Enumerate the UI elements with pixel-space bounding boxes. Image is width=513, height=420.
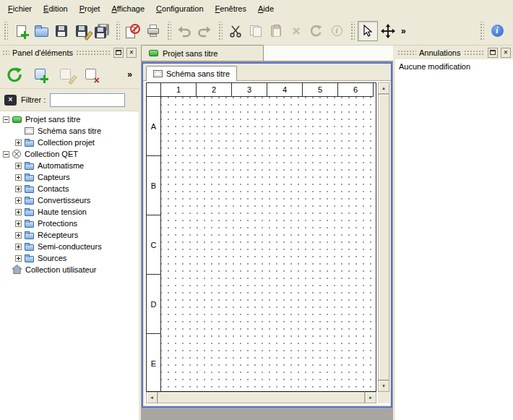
tree-item-convertisseurs[interactable]: Convertisseurs xyxy=(0,194,139,206)
copy-button[interactable] xyxy=(246,21,266,41)
menu-aide[interactable]: Aide xyxy=(252,1,280,16)
grid-dots-canvas[interactable] xyxy=(161,97,376,391)
delete-cross-icon: × xyxy=(292,24,300,38)
tree-item-semi-conducteurs[interactable]: Semi-conducteurs xyxy=(0,241,139,252)
toolbar-extension-icon[interactable]: » xyxy=(398,26,409,36)
element-info-button[interactable]: i xyxy=(327,21,347,41)
tree-item-label: Automatisme xyxy=(38,161,84,170)
menu-fenetres[interactable]: Fenêtres xyxy=(210,1,252,16)
horizontal-scrollbar[interactable]: ◄ ► xyxy=(146,392,376,403)
new-document-button[interactable] xyxy=(11,21,31,41)
diagram-view[interactable]: 1 2 3 4 5 6 A B C D E xyxy=(145,81,389,405)
elements-panel-titlebar[interactable]: Panel d'éléments × xyxy=(0,46,139,59)
help-button[interactable]: i xyxy=(487,21,507,41)
tree-item-collection-qet[interactable]: Collection QET xyxy=(0,148,139,160)
tree-item-haute-tension[interactable]: Haute tension xyxy=(0,206,139,218)
expand-icon[interactable] xyxy=(15,244,22,250)
dock-grip[interactable] xyxy=(2,50,9,56)
expand-icon[interactable] xyxy=(15,174,22,181)
paste-button[interactable] xyxy=(266,21,286,41)
vertical-scroll-thumb[interactable] xyxy=(378,94,389,380)
close-document-button[interactable] xyxy=(123,21,143,41)
tree-item-automatisme[interactable]: Automatisme xyxy=(0,160,139,171)
tree-item-collection-utilisateur[interactable]: Collection utilisateur xyxy=(0,264,139,275)
toolbar-drag-handle[interactable] xyxy=(479,22,484,40)
collapse-icon[interactable] xyxy=(3,116,9,123)
expand-icon[interactable] xyxy=(15,140,22,146)
diagram-paper[interactable]: 1 2 3 4 5 6 A B C D E xyxy=(146,82,376,392)
menu-fichier[interactable]: Fichier xyxy=(2,1,38,16)
tree-item-collection-projet[interactable]: Collection projet xyxy=(0,137,139,148)
delete-element-button[interactable]: × xyxy=(79,64,101,85)
tab-projet-sans-titre[interactable]: Projet sans titre xyxy=(141,45,264,61)
toolbar-drag-handle[interactable] xyxy=(166,22,171,40)
dock-grip[interactable] xyxy=(76,50,111,56)
save-as-button[interactable] xyxy=(72,21,92,41)
tree-item-protections[interactable]: Protections xyxy=(0,218,139,229)
move-arrows-icon xyxy=(381,24,395,38)
tab-schema-sans-titre[interactable]: Schéma sans titre xyxy=(146,66,237,81)
tree-item-schema-sans-titre[interactable]: Schéma sans titre xyxy=(0,125,139,137)
menu-affichage[interactable]: Affichage xyxy=(105,1,150,16)
collapse-icon[interactable] xyxy=(3,151,9,158)
expand-icon[interactable] xyxy=(15,255,22,262)
close-dock-button[interactable]: × xyxy=(126,48,137,58)
horizontal-scroll-thumb[interactable] xyxy=(158,392,365,403)
tree-item-capteurs[interactable]: Capteurs xyxy=(0,171,139,183)
scroll-right-button[interactable]: ► xyxy=(365,392,376,403)
undo-empty-message: Aucune modification xyxy=(399,62,470,71)
delete-button[interactable]: × xyxy=(286,21,306,41)
scissors-icon xyxy=(229,25,242,38)
ruler-column: 1 xyxy=(161,83,197,97)
arrow-right-icon: ► xyxy=(368,395,373,400)
ruler-row: C xyxy=(147,215,161,275)
dock-grip[interactable] xyxy=(464,50,486,56)
undo-button[interactable] xyxy=(174,21,194,41)
tree-item-projet-sans-titre[interactable]: Projet sans titre xyxy=(0,113,139,125)
save-button[interactable] xyxy=(51,21,72,41)
redo-button[interactable] xyxy=(194,21,215,41)
menu-configuration[interactable]: Configuration xyxy=(150,1,209,16)
undo-history-list[interactable]: Aucune modification xyxy=(395,59,513,420)
tree-item-recepteurs[interactable]: Récepteurs xyxy=(0,229,139,241)
expand-icon[interactable] xyxy=(15,197,22,204)
new-element-button[interactable] xyxy=(29,64,51,85)
toolbar-drag-handle[interactable] xyxy=(3,22,8,40)
expand-icon[interactable] xyxy=(15,209,22,215)
close-dock-button[interactable]: × xyxy=(501,48,511,58)
scroll-up-button[interactable]: ▲ xyxy=(378,82,389,94)
edit-element-button[interactable] xyxy=(54,64,76,85)
info-icon: i xyxy=(332,25,342,36)
menu-edition[interactable]: Édition xyxy=(38,1,74,16)
scroll-left-button[interactable]: ◄ xyxy=(146,392,158,403)
expand-icon[interactable] xyxy=(15,186,22,192)
expand-icon[interactable] xyxy=(15,220,22,227)
filter-input[interactable] xyxy=(50,93,125,107)
float-dock-button[interactable] xyxy=(113,48,124,58)
dock-grip[interactable] xyxy=(397,50,416,56)
select-tool-button[interactable] xyxy=(358,21,378,41)
print-button[interactable] xyxy=(143,21,163,41)
expand-icon[interactable] xyxy=(15,232,22,239)
open-project-button[interactable] xyxy=(31,21,51,41)
cut-button[interactable] xyxy=(225,21,246,41)
rotate-button[interactable] xyxy=(306,21,327,41)
move-tool-button[interactable] xyxy=(378,21,398,41)
toolbar-drag-handle[interactable] xyxy=(115,22,120,40)
panel-extension-icon[interactable]: » xyxy=(127,69,135,80)
reload-collections-button[interactable] xyxy=(4,64,25,85)
tree-item-sources[interactable]: Sources xyxy=(0,252,139,264)
toolbar-drag-handle[interactable] xyxy=(217,22,223,40)
float-dock-button[interactable] xyxy=(488,48,498,58)
folder-icon xyxy=(25,244,34,251)
save-all-button[interactable] xyxy=(92,21,112,41)
toolbar-drag-handle[interactable] xyxy=(350,22,355,40)
paste-icon xyxy=(271,25,281,37)
clear-filter-icon[interactable]: × xyxy=(4,95,17,106)
menu-projet[interactable]: Projet xyxy=(74,1,106,16)
expand-icon[interactable] xyxy=(15,163,22,169)
scroll-down-button[interactable]: ▼ xyxy=(378,380,389,392)
tree-item-contacts[interactable]: Contacts xyxy=(0,183,139,194)
undo-panel-titlebar[interactable]: Annulations × xyxy=(395,46,513,59)
vertical-scrollbar[interactable]: ▲ ▼ xyxy=(378,82,389,392)
